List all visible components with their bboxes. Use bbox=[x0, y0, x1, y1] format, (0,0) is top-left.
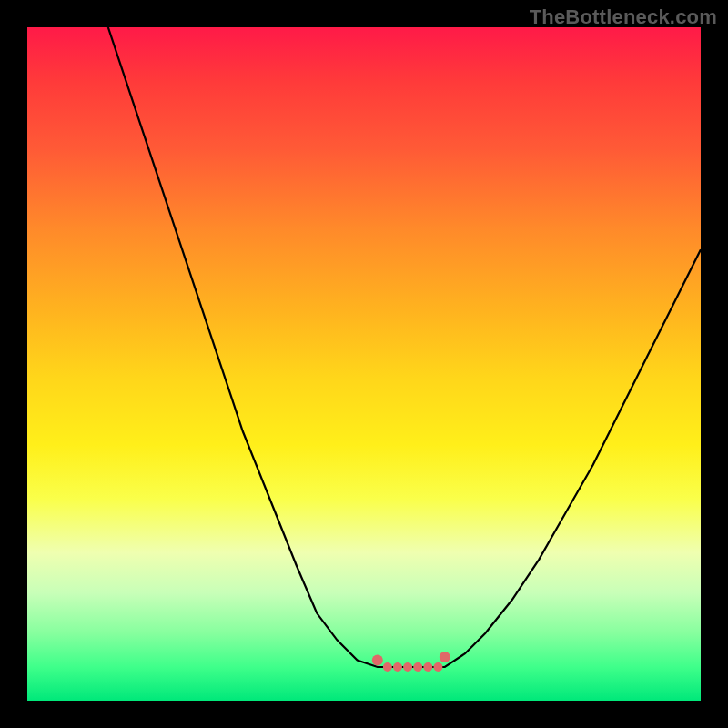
curve-layer bbox=[27, 27, 701, 701]
bottom-marker bbox=[403, 662, 412, 672]
bottom-marker bbox=[440, 652, 450, 662]
watermark-text: TheBottleneck.com bbox=[530, 5, 717, 29]
chart-frame: TheBottleneck.com bbox=[0, 0, 728, 728]
bottom-marker bbox=[433, 662, 442, 672]
plot-area bbox=[27, 27, 701, 701]
bottom-marker bbox=[383, 662, 392, 672]
bottom-marker bbox=[393, 662, 402, 672]
bottom-marker bbox=[413, 662, 422, 672]
bottom-marker bbox=[423, 662, 432, 672]
bottleneck-curve bbox=[108, 27, 701, 667]
bottom-marker bbox=[372, 655, 383, 666]
